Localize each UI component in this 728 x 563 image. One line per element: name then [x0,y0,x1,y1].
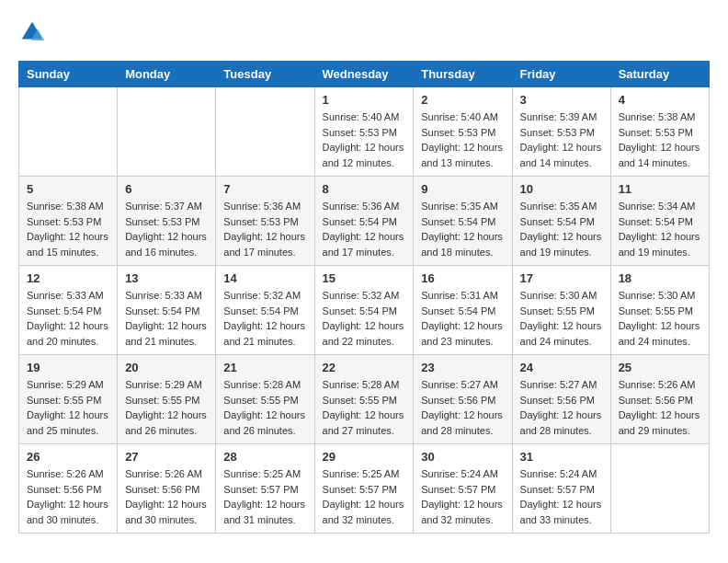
day-info: Sunrise: 5:27 AMSunset: 5:56 PMDaylight:… [421,377,504,438]
day-info: Sunrise: 5:36 AMSunset: 5:54 PMDaylight:… [323,199,406,259]
calendar-cell: 28Sunrise: 5:25 AMSunset: 5:57 PMDayligh… [216,444,314,534]
day-number: 1 [323,93,406,107]
day-info: Sunrise: 5:30 AMSunset: 5:55 PMDaylight:… [619,288,701,349]
calendar-cell [610,444,709,534]
calendar-cell: 11Sunrise: 5:34 AMSunset: 5:54 PMDayligh… [610,177,709,266]
page-header [18,18,710,46]
day-number: 7 [223,182,306,196]
day-info: Sunrise: 5:38 AMSunset: 5:53 PMDaylight:… [27,199,109,259]
day-info: Sunrise: 5:32 AMSunset: 5:54 PMDaylight:… [323,288,406,349]
calendar-cell: 22Sunrise: 5:28 AMSunset: 5:55 PMDayligh… [314,355,414,444]
weekday-header-tuesday: Tuesday [216,62,314,87]
calendar-cell: 16Sunrise: 5:31 AMSunset: 5:54 PMDayligh… [414,266,512,355]
day-number: 12 [27,271,109,285]
calendar-cell: 26Sunrise: 5:26 AMSunset: 5:56 PMDayligh… [19,444,118,534]
day-number: 6 [125,182,208,196]
day-info: Sunrise: 5:37 AMSunset: 5:53 PMDaylight:… [125,199,208,259]
weekday-header-saturday: Saturday [610,62,709,87]
day-number: 28 [223,450,306,464]
day-number: 23 [421,361,504,374]
day-info: Sunrise: 5:31 AMSunset: 5:54 PMDaylight:… [421,288,504,349]
day-info: Sunrise: 5:28 AMSunset: 5:55 PMDaylight:… [223,377,306,438]
day-number: 19 [27,361,109,374]
day-info: Sunrise: 5:25 AMSunset: 5:57 PMDaylight:… [323,466,406,527]
calendar-cell: 6Sunrise: 5:37 AMSunset: 5:53 PMDaylight… [118,177,216,266]
day-info: Sunrise: 5:26 AMSunset: 5:56 PMDaylight:… [619,377,701,438]
day-info: Sunrise: 5:29 AMSunset: 5:55 PMDaylight:… [125,377,208,438]
logo [18,18,50,46]
day-number: 18 [619,271,701,285]
calendar-cell: 19Sunrise: 5:29 AMSunset: 5:55 PMDayligh… [19,355,118,444]
calendar-week-3: 12Sunrise: 5:33 AMSunset: 5:54 PMDayligh… [19,266,710,355]
day-number: 14 [223,271,306,285]
day-info: Sunrise: 5:34 AMSunset: 5:54 PMDaylight:… [619,199,701,259]
day-number: 2 [421,93,504,107]
day-info: Sunrise: 5:26 AMSunset: 5:56 PMDaylight:… [125,466,208,527]
day-number: 17 [520,271,603,285]
calendar-cell: 29Sunrise: 5:25 AMSunset: 5:57 PMDayligh… [314,444,414,534]
day-info: Sunrise: 5:33 AMSunset: 5:54 PMDaylight:… [125,288,208,349]
day-info: Sunrise: 5:26 AMSunset: 5:56 PMDaylight:… [27,466,109,527]
day-info: Sunrise: 5:24 AMSunset: 5:57 PMDaylight:… [520,466,603,527]
day-number: 30 [421,450,504,464]
day-info: Sunrise: 5:36 AMSunset: 5:53 PMDaylight:… [223,199,306,259]
calendar-cell: 30Sunrise: 5:24 AMSunset: 5:57 PMDayligh… [414,444,512,534]
day-number: 3 [520,93,603,107]
day-number: 24 [520,361,603,374]
day-info: Sunrise: 5:24 AMSunset: 5:57 PMDaylight:… [421,466,504,527]
calendar-cell: 10Sunrise: 5:35 AMSunset: 5:54 PMDayligh… [512,177,610,266]
day-number: 8 [323,182,406,196]
calendar-cell: 7Sunrise: 5:36 AMSunset: 5:53 PMDaylight… [216,177,314,266]
day-number: 22 [323,361,406,374]
day-number: 4 [619,93,701,107]
day-info: Sunrise: 5:40 AMSunset: 5:53 PMDaylight:… [421,109,504,170]
weekday-header-sunday: Sunday [19,62,118,87]
day-number: 27 [125,450,208,464]
weekday-header-friday: Friday [512,62,610,87]
day-info: Sunrise: 5:28 AMSunset: 5:55 PMDaylight:… [323,377,406,438]
weekday-header-thursday: Thursday [414,62,512,87]
calendar-week-4: 19Sunrise: 5:29 AMSunset: 5:55 PMDayligh… [19,355,710,444]
weekday-header-monday: Monday [118,62,216,87]
day-number: 10 [520,182,603,196]
calendar-cell: 5Sunrise: 5:38 AMSunset: 5:53 PMDaylight… [19,177,118,266]
calendar-cell: 3Sunrise: 5:39 AMSunset: 5:53 PMDaylight… [512,87,610,177]
day-number: 21 [223,361,306,374]
day-info: Sunrise: 5:39 AMSunset: 5:53 PMDaylight:… [520,109,603,170]
day-info: Sunrise: 5:30 AMSunset: 5:55 PMDaylight:… [520,288,603,349]
day-number: 20 [125,361,208,374]
calendar-cell: 1Sunrise: 5:40 AMSunset: 5:53 PMDaylight… [314,87,414,177]
calendar-cell: 21Sunrise: 5:28 AMSunset: 5:55 PMDayligh… [216,355,314,444]
calendar-cell: 17Sunrise: 5:30 AMSunset: 5:55 PMDayligh… [512,266,610,355]
calendar-cell [118,87,216,177]
day-info: Sunrise: 5:27 AMSunset: 5:56 PMDaylight:… [520,377,603,438]
weekday-header-wednesday: Wednesday [314,62,414,87]
calendar-cell: 4Sunrise: 5:38 AMSunset: 5:53 PMDaylight… [610,87,709,177]
day-info: Sunrise: 5:40 AMSunset: 5:53 PMDaylight:… [323,109,406,170]
day-number: 16 [421,271,504,285]
calendar-cell: 23Sunrise: 5:27 AMSunset: 5:56 PMDayligh… [414,355,512,444]
day-number: 26 [27,450,109,464]
day-number: 11 [619,182,701,196]
calendar-cell: 18Sunrise: 5:30 AMSunset: 5:55 PMDayligh… [610,266,709,355]
day-info: Sunrise: 5:29 AMSunset: 5:55 PMDaylight:… [27,377,109,438]
calendar-cell: 14Sunrise: 5:32 AMSunset: 5:54 PMDayligh… [216,266,314,355]
calendar-week-5: 26Sunrise: 5:26 AMSunset: 5:56 PMDayligh… [19,444,710,534]
calendar-cell: 31Sunrise: 5:24 AMSunset: 5:57 PMDayligh… [512,444,610,534]
day-number: 25 [619,361,701,374]
day-info: Sunrise: 5:35 AMSunset: 5:54 PMDaylight:… [520,199,603,259]
calendar-cell: 20Sunrise: 5:29 AMSunset: 5:55 PMDayligh… [118,355,216,444]
logo-icon [18,18,46,46]
day-info: Sunrise: 5:33 AMSunset: 5:54 PMDaylight:… [27,288,109,349]
calendar-cell: 2Sunrise: 5:40 AMSunset: 5:53 PMDaylight… [414,87,512,177]
calendar-table: SundayMondayTuesdayWednesdayThursdayFrid… [18,61,710,534]
day-number: 9 [421,182,504,196]
day-info: Sunrise: 5:25 AMSunset: 5:57 PMDaylight:… [223,466,306,527]
day-info: Sunrise: 5:35 AMSunset: 5:54 PMDaylight:… [421,199,504,259]
calendar-week-2: 5Sunrise: 5:38 AMSunset: 5:53 PMDaylight… [19,177,710,266]
calendar-cell [19,87,118,177]
calendar-week-1: 1Sunrise: 5:40 AMSunset: 5:53 PMDaylight… [19,87,710,177]
calendar-cell: 27Sunrise: 5:26 AMSunset: 5:56 PMDayligh… [118,444,216,534]
day-number: 13 [125,271,208,285]
calendar-cell: 9Sunrise: 5:35 AMSunset: 5:54 PMDaylight… [414,177,512,266]
